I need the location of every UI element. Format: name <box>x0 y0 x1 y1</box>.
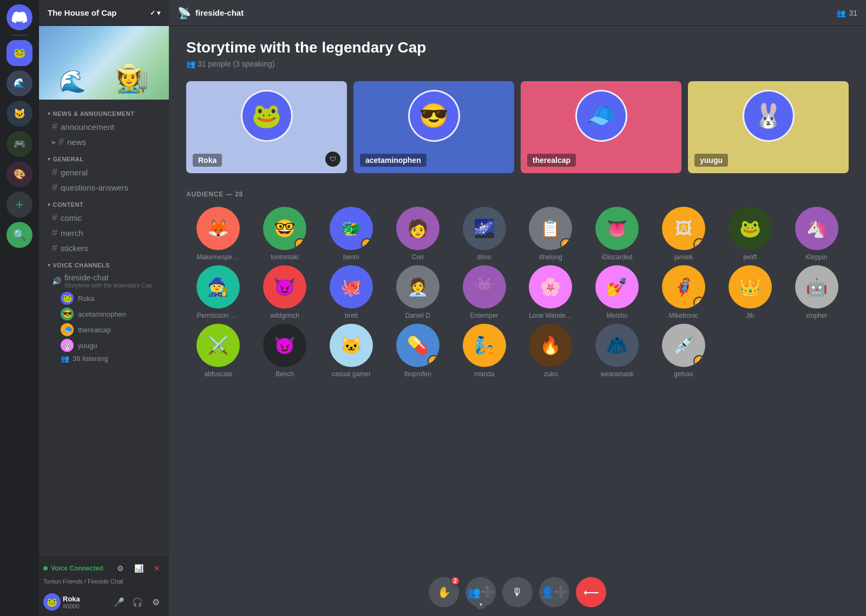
audience-member-kleppin[interactable]: 🦄 Kleppin <box>784 207 849 261</box>
section-arrow: ▾ <box>48 111 51 116</box>
server-banner-image: 🌊 🧑‍🌾 <box>39 26 169 100</box>
section-general[interactable]: ▾ GENERAL <box>39 154 169 165</box>
channel-general[interactable]: # general <box>43 165 165 180</box>
mute-button[interactable]: 🎤 <box>110 593 128 611</box>
voice-user-therealcap[interactable]: 🧢 therealcap <box>43 322 165 337</box>
audience-member-miketronic[interactable]: 🦸 ⚙ Miketronic <box>652 265 716 319</box>
stage-title: Storytime with the legendary Cap <box>186 39 849 56</box>
audience-name: Lone Wanderer <box>529 312 572 319</box>
voice-channel-fireside-chat[interactable]: 🔊 fireside-chat Storytime with the legen… <box>43 271 165 290</box>
audience-member-cori[interactable]: 🧑 Cori <box>385 207 450 261</box>
settings-button[interactable]: ⚙ <box>147 593 165 611</box>
channel-comic[interactable]: # comic <box>43 211 165 225</box>
audience-avatar: 🧑‍💼 <box>396 265 439 309</box>
server-header[interactable]: The House of Cap ✓ ▾ <box>39 0 169 26</box>
people-count: 👥 31 <box>836 9 857 17</box>
invite-chevron[interactable]: ▾ <box>475 599 486 610</box>
server-icon-3[interactable]: 🐱 <box>6 101 32 127</box>
audience-member-jib[interactable]: 👑 Jib <box>718 265 782 319</box>
audience-member-daniel-d[interactable]: 🧑‍💼 Daniel D <box>385 265 450 319</box>
discord-home-button[interactable] <box>6 4 32 30</box>
audience-member-lone-wanderer[interactable]: 🌸 Lone Wanderer <box>519 265 583 319</box>
speaker-card-therealcap[interactable]: 🧢 therealcap <box>521 81 681 173</box>
audience-member-entemper[interactable]: 👾 Entemper <box>452 265 516 319</box>
speaker-name-therealcap: therealcap <box>527 154 576 167</box>
audience-avatar: 🦄 <box>795 207 838 250</box>
audience-member-zuko[interactable]: 🔥 zuko <box>519 324 583 378</box>
hash-icon: # <box>52 167 57 178</box>
speaker-card-acetaminophen[interactable]: 😎 acetaminophen <box>353 81 514 173</box>
audience-member-idiscarded[interactable]: 👅 iDiscarded <box>585 207 650 261</box>
avatar: 😎 <box>61 307 74 320</box>
hash-icon: # <box>52 212 57 224</box>
deafen-button[interactable]: 🎧 <box>129 593 146 611</box>
voice-user-yuugu[interactable]: 🐰 yuugu <box>43 338 165 353</box>
speaker-card-yuugu[interactable]: 🐰 yuugu <box>688 81 849 173</box>
audience-member-abfuscate[interactable]: ⚔️ abfuscate <box>186 324 251 378</box>
audience-member-tontontaki[interactable]: 🤓 ⚡ tontontaki <box>253 207 317 261</box>
audience-member-dimo[interactable]: 🌌 dimo <box>452 207 516 261</box>
audience-member-jwoff[interactable]: 🐸 jwoff <box>718 207 782 261</box>
section-arrow: ▾ <box>48 202 51 207</box>
server-icon-1[interactable]: 🐸 <box>6 40 32 66</box>
audience-member-getvax[interactable]: 💉 ⚙ getvax <box>652 324 716 378</box>
listening-count-row: 👥 38 listening <box>43 353 165 364</box>
voice-settings-btn[interactable]: ⚙ <box>113 561 128 576</box>
channel-stickers[interactable]: # stickers <box>43 241 165 255</box>
audience-member-brett[interactable]: 🐙 brett <box>319 265 384 319</box>
leave-stage-button[interactable]: ⟵ <box>576 577 606 607</box>
audience-member-wearamask[interactable]: 🧥 wearamask <box>585 324 650 378</box>
audience-member-jamiek[interactable]: 🖼 ⚙ jamiek <box>652 207 716 261</box>
channel-announcement[interactable]: # announcement <box>43 120 165 134</box>
audience-avatar: 🐱 <box>330 324 373 367</box>
stage-subtitle: 👥 31 people (3 speaking) <box>186 60 849 68</box>
section-news-announcement[interactable]: ▾ NEWS & ANNOUNCEMENT <box>39 108 169 119</box>
voice-user-roka[interactable]: 🐸 Roka <box>43 291 165 306</box>
add-server-button[interactable]: + <box>6 192 32 218</box>
section-arrow: ▾ <box>48 156 51 162</box>
audience-member-bench[interactable]: 😈 Bench <box>253 324 317 378</box>
audience-member-permission-man[interactable]: 🧙 Permission Man <box>186 265 251 319</box>
status-badge: ⚙ <box>560 238 572 250</box>
audience-avatar: 👾 <box>463 265 506 309</box>
audience-member-wildgrinch[interactable]: 😈 wildgrinch <box>253 265 317 319</box>
audience-name: ibuprofen <box>404 370 431 378</box>
server-icon-2[interactable]: 🌊 <box>6 70 32 96</box>
audience-avatar: ⚔️ <box>196 324 240 367</box>
hash-icon: # <box>52 227 57 239</box>
audience-member-xtopher[interactable]: 🤖 xtopher <box>784 265 849 319</box>
section-voice-channels[interactable]: ▾ VOICE CHANNELS <box>39 260 169 271</box>
audience-avatar: 🤓 ⚡ <box>263 207 306 250</box>
voice-waveform-btn[interactable]: 📊 <box>131 561 146 576</box>
audience-member-ibuprofen[interactable]: 💊 ⚡ ibuprofen <box>385 324 450 378</box>
voice-connected-bar: Voice Connected ⚙ 📊 ✕ Tonton Friends / F… <box>39 557 169 588</box>
audience-member-meishu[interactable]: 💅 Meishu <box>585 265 650 319</box>
leave-icon: ⟵ <box>583 586 599 599</box>
audience-member-makemespeakrr[interactable]: 🦊 Makemespeakrr <box>186 207 251 261</box>
mute-mic-button[interactable]: 🎙 <box>502 577 533 607</box>
section-content[interactable]: ▾ CONTENT <box>39 199 169 210</box>
explore-servers-button[interactable]: 🔍 <box>6 222 32 248</box>
audience-member-rnanda[interactable]: 🧞 rnanda <box>452 324 516 378</box>
raise-hand-button[interactable]: ✋ 2 <box>429 577 459 607</box>
audience-member-benm[interactable]: 🐲 ⚡ benm <box>319 207 384 261</box>
voice-disconnect-btn[interactable]: ✕ <box>149 561 165 576</box>
audience-avatar: 👅 <box>595 207 639 250</box>
voice-user-acetaminophen[interactable]: 😎 acetaminophen <box>43 306 165 322</box>
add-speaker-button[interactable]: 👤➕ <box>539 577 569 607</box>
voice-connected-text: Voice Connected <box>51 565 103 572</box>
speaker-name-roka: Roka <box>193 154 222 167</box>
server-icon-4[interactable]: 🎮 <box>6 131 32 157</box>
user-bar-info: Roka #0000 <box>63 595 108 610</box>
audience-member-dhelong[interactable]: 📋 ⚙ dhelong <box>519 207 583 261</box>
hash-icon: # <box>52 243 57 254</box>
booster-badge: ⚡ <box>428 355 439 367</box>
server-icon-5[interactable]: 🎨 <box>6 161 32 187</box>
channel-news[interactable]: ▶ # news <box>43 135 165 149</box>
speaker-card-roka[interactable]: 🐸 Roka 🛡 <box>186 81 347 173</box>
channel-merch[interactable]: # merch <box>43 226 165 240</box>
audience-avatar: 🦸 ⚙ <box>662 265 705 309</box>
audience-name: Entemper <box>470 312 498 319</box>
channel-questions-answers[interactable]: # questions-answers <box>43 180 165 195</box>
audience-member-casual-gamer[interactable]: 🐱 casual gamer <box>319 324 384 378</box>
